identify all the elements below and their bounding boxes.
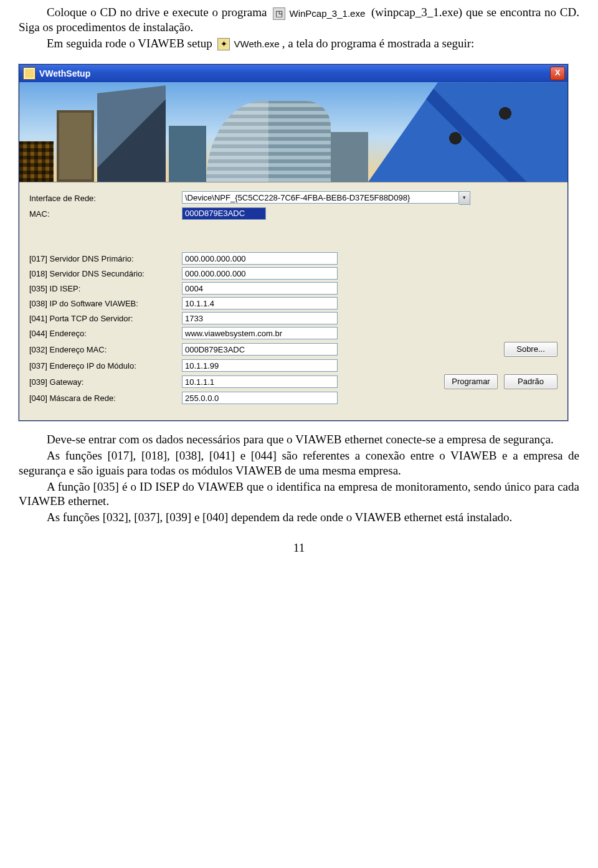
row-037: [037] Endereço IP do Módulo: — [29, 359, 558, 372]
row-035: [035] ID ISEP: — [29, 282, 558, 295]
field-037[interactable] — [182, 359, 338, 372]
banner-image — [19, 82, 567, 182]
paragraph-3: Deve-se entrar com os dados necessários … — [19, 432, 579, 447]
field-035[interactable] — [182, 282, 338, 295]
label-018: [018] Servidor DNS Secundário: — [29, 269, 182, 278]
row-039: [039] Gateway: Programar Padrão — [29, 374, 558, 389]
winpcap-filename: WinPcap_3_1.exe — [288, 8, 365, 19]
paragraph-6: As funções [032], [037], [039] e [040] d… — [19, 510, 579, 525]
row-044: [044] Endereço: — [29, 327, 558, 339]
document-page: Coloque o CD no drive e execute o progra… — [0, 0, 598, 567]
label-044: [044] Endereço: — [29, 329, 182, 338]
row-mac: MAC: 000D879E3ADC — [29, 207, 558, 220]
programar-button[interactable]: Programar — [444, 374, 498, 389]
paragraph-5: A função [035] é o ID ISEP do VIAWEB que… — [19, 479, 579, 509]
winpcap-file-icon: ◳ WinPcap_3_1.exe — [273, 7, 365, 20]
row-018: [018] Servidor DNS Secundário: — [29, 267, 558, 280]
row-032: [032] Endereço MAC: Sobre... — [29, 342, 558, 357]
field-044[interactable] — [182, 327, 338, 339]
chevron-down-icon: ▾ — [463, 194, 466, 200]
field-041[interactable] — [182, 312, 338, 324]
text: , a tela do programa é mostrada a seguir… — [282, 37, 475, 50]
exe-icon: ✦ — [217, 38, 230, 50]
interface-field[interactable] — [182, 191, 459, 204]
field-038[interactable] — [182, 297, 338, 309]
label-mac: MAC: — [29, 209, 182, 219]
paragraph-2: Em seguida rode o VIAWEB setup ✦ VWeth.e… — [19, 36, 579, 51]
label-017: [017] Servidor DNS Primário: — [29, 254, 182, 263]
label-038: [038] IP do Software VIAWEB: — [29, 299, 182, 308]
vweth-filename: VWeth.exe — [233, 39, 280, 50]
text: Coloque o CD no drive e execute o progra… — [47, 6, 267, 19]
vwethsetup-window: VWethSetup X Interface de Rede: ▾ — [19, 64, 568, 421]
row-017: [017] Servidor DNS Primário: — [29, 252, 558, 265]
paragraph-4: As funções [017], [018], [038], [041] e … — [19, 448, 579, 478]
text: Em seguida rode o VIAWEB setup — [47, 37, 212, 50]
label-interface: Interface de Rede: — [29, 194, 182, 203]
label-041: [041] Porta TCP do Servidor: — [29, 314, 182, 323]
installer-icon: ◳ — [273, 7, 285, 20]
field-018[interactable] — [182, 267, 338, 280]
page-number: 11 — [19, 541, 579, 555]
row-040: [040] Máscara de Rede: — [29, 392, 558, 404]
field-032[interactable] — [182, 343, 338, 356]
label-039: [039] Gateway: — [29, 377, 182, 387]
field-017[interactable] — [182, 252, 338, 265]
row-038: [038] IP do Software VIAWEB: — [29, 297, 558, 309]
close-button[interactable]: X — [550, 67, 565, 80]
row-041: [041] Porta TCP do Servidor: — [29, 312, 558, 324]
mac-field[interactable]: 000D879E3ADC — [182, 207, 266, 220]
field-040[interactable] — [182, 392, 338, 404]
paragraph-1: Coloque o CD no drive e execute o progra… — [19, 5, 579, 35]
interface-dropdown-button[interactable]: ▾ — [459, 191, 470, 205]
field-039[interactable] — [182, 375, 338, 388]
padrao-button[interactable]: Padrão — [504, 374, 558, 389]
app-icon — [23, 67, 36, 80]
sobre-button[interactable]: Sobre... — [504, 342, 558, 357]
label-035: [035] ID ISEP: — [29, 284, 182, 293]
row-interface: Interface de Rede: ▾ — [29, 191, 558, 205]
label-037: [037] Endereço IP do Módulo: — [29, 361, 182, 370]
form-area: Interface de Rede: ▾ MAC: 000D879E3ADC [… — [19, 182, 567, 420]
label-040: [040] Máscara de Rede: — [29, 394, 182, 403]
label-032: [032] Endereço MAC: — [29, 345, 182, 354]
vweth-file-icon: ✦ VWeth.exe — [217, 38, 279, 50]
window-title: VWethSetup — [39, 68, 550, 78]
titlebar: VWethSetup X — [19, 65, 567, 82]
